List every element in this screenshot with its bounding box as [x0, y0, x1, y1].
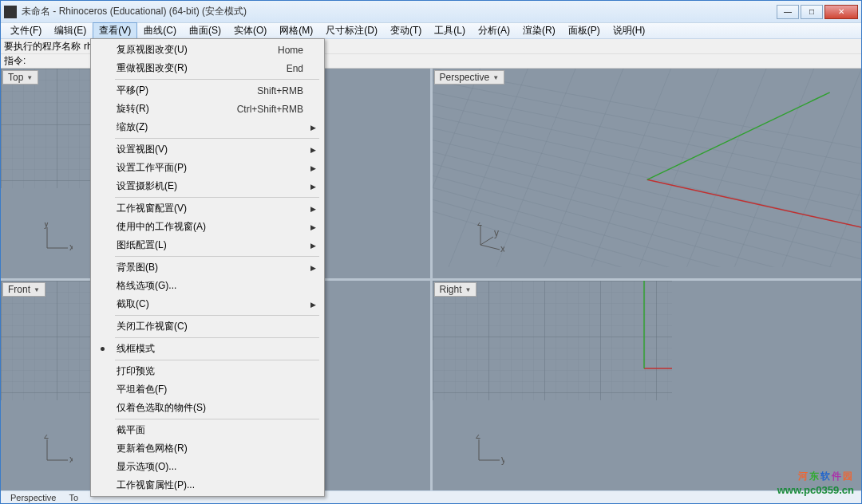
menu-item-label: 设置视图(V) — [117, 143, 303, 156]
chevron-down-icon: ▼ — [492, 74, 499, 81]
menu-dropdown-item[interactable]: 旋转(R)Ctrl+Shift+RMB — [93, 100, 322, 118]
menu-item-label: 工作视窗配置(V) — [117, 202, 303, 215]
menu-dropdown-item[interactable]: 平移(P)Shift+RMB — [93, 81, 322, 100]
submenu-arrow-icon: ▶ — [310, 164, 316, 172]
menu-item[interactable]: 尺寸标注(D) — [319, 22, 384, 39]
menu-item-label: 关闭工作视窗(C) — [117, 320, 303, 333]
menu-dropdown-item[interactable]: 关闭工作视窗(C) — [93, 317, 322, 336]
menu-item[interactable]: 编辑(E) — [48, 22, 93, 39]
menu-dropdown-item[interactable]: 设置工作平面(P)▶ — [93, 159, 322, 177]
menu-item-label: 线框模式 — [117, 342, 303, 356]
viewport-label[interactable]: Right▼ — [434, 282, 477, 297]
menu-item[interactable]: 面板(P) — [562, 22, 607, 39]
menu-dropdown-item[interactable]: 图纸配置(L)▶ — [93, 236, 322, 254]
menu-dropdown-item[interactable]: 线框模式 — [93, 340, 322, 358]
menu-item-label: 打印预览 — [117, 364, 303, 378]
menu-item-label: 复原视图改变(U) — [117, 43, 278, 57]
svg-line-6 — [646, 179, 861, 227]
maximize-button[interactable]: □ — [801, 5, 823, 19]
menu-item[interactable]: 变动(T) — [384, 22, 428, 39]
chevron-down-icon: ▼ — [465, 286, 472, 293]
menu-item-label: 格线选项(G)... — [117, 279, 303, 293]
menu-item-label: 平坦着色(F) — [117, 383, 303, 396]
menu-item[interactable]: 渲染(R) — [516, 22, 562, 39]
svg-text:z: z — [476, 435, 480, 441]
menu-item[interactable]: 文件(F) — [4, 22, 48, 39]
menu-item-label: 使用中的工作视窗(A) — [117, 220, 303, 234]
viewport-right[interactable]: y z Right▼ — [433, 281, 862, 490]
menu-separator — [115, 315, 319, 316]
svg-text:z: z — [44, 435, 49, 441]
axis-widget: y z — [473, 435, 504, 467]
viewport-perspective[interactable]: x z y Perspective▼ — [433, 69, 862, 278]
status-tab[interactable]: Perspective — [4, 493, 62, 502]
axis-widget: x z y — [473, 222, 504, 254]
minimize-button[interactable]: — — [777, 5, 799, 19]
menu-dropdown-item[interactable]: 格线选项(G)... — [93, 277, 322, 295]
menu-separator — [115, 197, 319, 198]
svg-rect-20 — [433, 281, 672, 400]
menu-item-label: 设置工作平面(P) — [117, 161, 303, 175]
chevron-down-icon: ▼ — [34, 286, 40, 293]
menu-item[interactable]: 实体(O) — [227, 22, 273, 39]
menu-item-label: 显示选项(O)... — [117, 460, 303, 474]
menu-dropdown-item[interactable]: 工作视窗属性(P)... — [93, 476, 322, 494]
menu-item-label: 设置摄影机(E) — [117, 179, 303, 193]
view-menu-dropdown: 复原视图改变(U)Home重做视图改变(R)End平移(P)Shift+RMB旋… — [90, 38, 325, 497]
command-prompt-label: 要执行的程序名称 — [4, 40, 81, 53]
menu-dropdown-item[interactable]: 复原视图改变(U)Home — [93, 41, 322, 59]
submenu-arrow-icon: ▶ — [310, 301, 316, 309]
svg-text:y: y — [501, 454, 504, 465]
svg-text:y: y — [494, 227, 499, 238]
menu-dropdown-item[interactable]: 仅着色选取的物件(S) — [93, 399, 322, 417]
menu-dropdown-item[interactable]: 设置摄影机(E)▶ — [93, 177, 322, 195]
svg-line-8 — [480, 245, 500, 250]
viewport-label[interactable]: Top▼ — [2, 70, 38, 85]
svg-text:y: y — [44, 222, 49, 229]
viewport-label[interactable]: Front▼ — [2, 282, 45, 297]
submenu-arrow-icon: ▶ — [310, 183, 316, 191]
menu-dropdown-item[interactable]: 更新着色网格(R) — [93, 439, 322, 458]
menu-item-accelerator: Ctrl+Shift+RMB — [237, 104, 303, 115]
menu-item[interactable]: 查看(V) — [93, 22, 137, 39]
menu-dropdown-item[interactable]: 重做视图改变(R)End — [93, 59, 322, 77]
menu-item-label: 旋转(R) — [117, 102, 237, 116]
menu-dropdown-item[interactable]: 设置视图(V)▶ — [93, 140, 322, 159]
menu-separator — [115, 337, 319, 338]
viewport-label[interactable]: Perspective▼ — [434, 70, 505, 85]
menu-separator — [115, 360, 319, 360]
menu-item[interactable]: 网格(M) — [273, 22, 319, 39]
menu-dropdown-item[interactable]: 工作视窗配置(V)▶ — [93, 199, 322, 218]
menu-dropdown-item[interactable]: 背景图(B)▶ — [93, 258, 322, 277]
status-tab[interactable]: To — [62, 493, 85, 502]
menu-item-label: 图纸配置(L) — [117, 238, 303, 252]
menu-separator — [115, 256, 319, 257]
menu-dropdown-item[interactable]: 平坦着色(F) — [93, 380, 322, 399]
menu-dropdown-item[interactable]: 使用中的工作视窗(A)▶ — [93, 218, 322, 236]
menu-dropdown-item[interactable]: 截平面 — [93, 421, 322, 439]
menu-item[interactable]: 工具(L) — [428, 22, 472, 39]
titlebar: 未命名 - Rhinoceros (Educational) (64-bit) … — [1, 1, 861, 23]
menu-item-label: 工作视窗属性(P)... — [117, 478, 303, 492]
menu-item-accelerator: Home — [278, 45, 303, 56]
menu-item[interactable]: 分析(A) — [472, 22, 516, 39]
menu-separator — [115, 79, 319, 80]
menu-dropdown-item[interactable]: 打印预览 — [93, 362, 322, 380]
menu-item-label: 更新着色网格(R) — [117, 442, 303, 455]
menu-item-label: 缩放(Z) — [117, 120, 303, 134]
close-button[interactable]: ✕ — [824, 5, 858, 19]
menu-dropdown-item[interactable]: 显示选项(O)... — [93, 458, 322, 476]
svg-line-7 — [646, 93, 829, 179]
menu-item-label: 重做视图改变(R) — [117, 61, 287, 75]
menu-item[interactable]: 曲线(C) — [137, 22, 183, 39]
menu-item[interactable]: 说明(H) — [607, 22, 652, 39]
menu-dropdown-item[interactable]: 截取(C)▶ — [93, 295, 322, 313]
svg-line-12 — [480, 237, 493, 245]
submenu-arrow-icon: ▶ — [310, 264, 316, 272]
menu-dropdown-item[interactable]: 缩放(Z)▶ — [93, 118, 322, 136]
menu-item-accelerator: End — [287, 63, 303, 74]
axis-widget: x z — [41, 435, 73, 467]
axis-widget: x y — [41, 222, 73, 254]
menu-separator — [115, 419, 319, 419]
menu-item[interactable]: 曲面(S) — [183, 22, 227, 39]
